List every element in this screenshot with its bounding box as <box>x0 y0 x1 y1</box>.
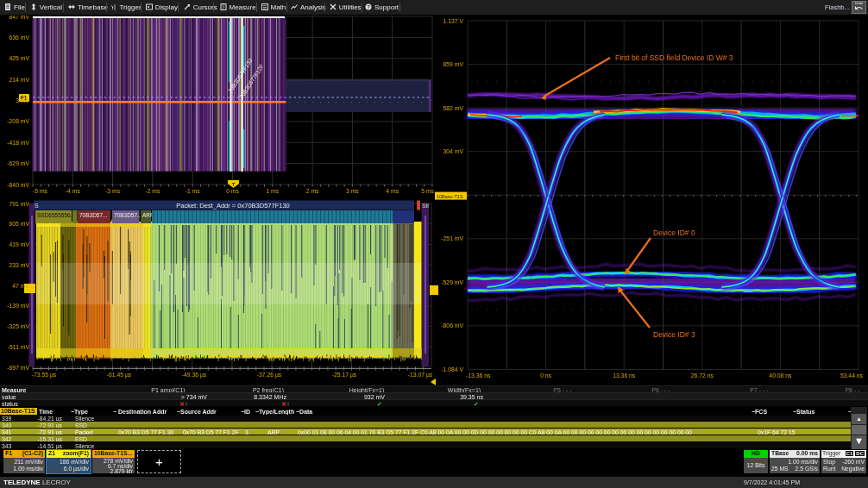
svg-text:-840 mV: -840 mV <box>7 182 29 188</box>
svg-text:53.44 ns: 53.44 ns <box>840 372 864 379</box>
svg-text:-13.07 µs: -13.07 µs <box>408 372 433 379</box>
svg-text:-697 mV: -697 mV <box>7 365 29 371</box>
svg-text:-418 mV: -418 mV <box>7 140 29 146</box>
svg-text:419 mV: 419 mV <box>9 241 30 247</box>
svg-text:0 ns: 0 ns <box>540 372 551 379</box>
svg-text:233 mV: 233 mV <box>9 262 30 268</box>
svg-text:0 ms: 0 ms <box>226 188 239 194</box>
svg-text:4 ms: 4 ms <box>386 188 399 194</box>
svg-text:First bit of SSD field Device: First bit of SSD field Device ID W# 3 <box>615 53 733 62</box>
svg-text:70B3D57...: 70B3D57... <box>79 212 108 218</box>
svg-text:5 ms: 5 ms <box>421 188 434 194</box>
svg-text:-37.26 µs: -37.26 µs <box>257 372 282 379</box>
svg-text:1 ms: 1 ms <box>266 188 279 194</box>
svg-text:SSD6555556...: SSD6555556... <box>37 212 75 218</box>
svg-text:-73.55 µs: -73.55 µs <box>32 372 57 379</box>
svg-text:-139 mV: -139 mV <box>7 303 29 309</box>
svg-text:2 ms: 2 ms <box>306 188 319 194</box>
svg-text:-806 mV: -806 mV <box>441 322 463 328</box>
svg-text:-251 mV: -251 mV <box>441 235 463 241</box>
svg-text:791 mV: 791 mV <box>9 201 30 207</box>
svg-text:-529 mV: -529 mV <box>441 279 463 285</box>
svg-text:Sil: Sil <box>422 203 429 209</box>
svg-text:-1 ms: -1 ms <box>186 188 201 194</box>
svg-text:70B3D57...: 70B3D57... <box>114 212 142 218</box>
svg-text:-61.45 µs: -61.45 µs <box>107 372 132 379</box>
svg-text:-629 mV: -629 mV <box>7 160 29 166</box>
svg-text:425 mV: 425 mV <box>9 55 30 61</box>
svg-text:40.08 ns: 40.08 ns <box>769 372 792 379</box>
svg-text:13.36 ns: 13.36 ns <box>613 372 636 379</box>
svg-text:T: T <box>232 182 236 187</box>
svg-text:26.72 ns: 26.72 ns <box>691 372 714 379</box>
svg-text:-25.17 µs: -25.17 µs <box>332 372 357 379</box>
svg-text:Device ID# 3: Device ID# 3 <box>653 330 695 339</box>
svg-text:Device ID# 0: Device ID# 0 <box>653 228 695 237</box>
svg-text:-4 ms: -4 ms <box>66 188 81 194</box>
svg-text:1.137 V: 1.137 V <box>443 18 464 24</box>
svg-text:214 mV: 214 mV <box>9 77 30 83</box>
svg-text:3 mV: 3 mV <box>16 97 29 103</box>
svg-text:-3 ms: -3 ms <box>105 188 121 194</box>
svg-text:-325 mV: -325 mV <box>7 323 29 329</box>
svg-text:304 mV: 304 mV <box>443 148 464 154</box>
svg-text:47 mV: 47 mV <box>12 283 29 289</box>
svg-text:582 mV: 582 mV <box>443 105 464 111</box>
svg-text:-49.36 µs: -49.36 µs <box>182 372 207 379</box>
svg-text:3 ms: 3 ms <box>346 188 359 194</box>
svg-text:605 mV: 605 mV <box>9 221 30 227</box>
svg-text:-208 mV: -208 mV <box>7 118 29 124</box>
svg-text:636 mV: 636 mV <box>9 34 30 41</box>
svg-text:10Base-T1S: 10Base-T1S <box>437 194 463 199</box>
svg-text:-2 ms: -2 ms <box>145 188 160 194</box>
svg-text:S: S <box>35 203 39 209</box>
svg-text:Packet: Dest_Addr = 0x70B3D577: Packet: Dest_Addr = 0x70B3D577F130 <box>176 202 290 210</box>
svg-text:-511 mV: -511 mV <box>8 344 30 350</box>
svg-text:859 mV: 859 mV <box>443 61 464 67</box>
svg-text:-5 ms: -5 ms <box>33 188 48 194</box>
svg-text:-1.084 V: -1.084 V <box>441 366 463 372</box>
svg-text:-13.36 ns: -13.36 ns <box>466 372 491 379</box>
svg-text:?: ? <box>367 4 370 9</box>
